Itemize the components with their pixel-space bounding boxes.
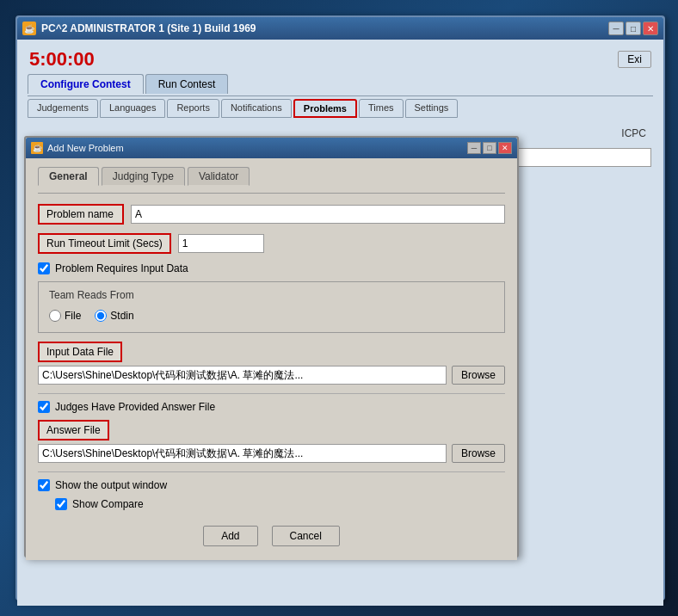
tab-reports[interactable]: Reports: [167, 99, 219, 118]
answer-file-checkbox[interactable]: [38, 401, 50, 413]
stdin-radio[interactable]: [95, 310, 107, 322]
modal-body: General Judging Type Validator Problem n…: [26, 158, 517, 560]
inner-tab-general[interactable]: General: [38, 167, 99, 186]
top-tab-bar: Configure Contest Run Contest: [22, 74, 658, 94]
show-output-row: Show the output window: [38, 479, 505, 491]
modal-minimize-button[interactable]: ─: [467, 142, 481, 154]
browse-input-button[interactable]: Browse: [452, 366, 505, 385]
inner-tab-border: [38, 193, 505, 194]
timeout-row: Run Timeout Limit (Secs): [38, 233, 505, 254]
modal-title-bar: ☕ Add New Problem ─ □ ✕: [26, 138, 517, 158]
show-output-checkbox[interactable]: [38, 479, 50, 491]
modal-dialog: ☕ Add New Problem ─ □ ✕ General Judging …: [24, 136, 519, 557]
radio-file-option: File: [49, 310, 81, 322]
minimize-button[interactable]: ─: [608, 22, 624, 35]
inner-tab-validator[interactable]: Validator: [188, 167, 250, 186]
tab-times[interactable]: Times: [359, 99, 404, 118]
tab-judgements[interactable]: Judgements: [28, 99, 98, 118]
input-data-path-input[interactable]: [38, 366, 447, 385]
radio-row: File Stdin: [49, 306, 494, 325]
answer-file-section: Answer File Browse: [38, 420, 505, 463]
inner-tab-bar: General Judging Type Validator: [38, 167, 505, 186]
modal-title: Add New Problem: [47, 143, 124, 153]
maximize-button[interactable]: □: [626, 22, 641, 35]
cancel-button[interactable]: Cancel: [272, 526, 340, 546]
divider2: [38, 471, 505, 472]
title-bar: ☕ PC^2 ADMINISTRATOR 1 (Site 1) Build 19…: [17, 17, 663, 40]
tab-languages[interactable]: Languages: [100, 99, 165, 118]
tab-settings[interactable]: Settings: [405, 99, 459, 118]
file-radio-label: File: [65, 310, 81, 322]
divider: [38, 393, 505, 394]
requires-input-checkbox[interactable]: [38, 262, 50, 274]
requires-input-label: Problem Requires Input Data: [55, 262, 188, 274]
team-reads-title: Team Reads From: [49, 289, 494, 301]
browse-answer-button[interactable]: Browse: [452, 444, 505, 463]
answer-file-check-label: Judges Have Provided Answer File: [55, 401, 215, 413]
add-button[interactable]: Add: [203, 526, 257, 546]
problem-name-label: Problem name: [38, 204, 124, 225]
problem-name-input[interactable]: [131, 205, 505, 224]
tab-configure-contest[interactable]: Configure Contest: [28, 74, 144, 94]
show-compare-label: Show Compare: [72, 498, 144, 510]
secondary-tab-bar: Judgements Languages Reports Notificatio…: [22, 96, 658, 120]
title-controls: ─ □ ✕: [608, 22, 658, 35]
outer-background: ☕ PC^2 ADMINISTRATOR 1 (Site 1) Build 19…: [0, 0, 678, 616]
timer-display: 5:00:00: [29, 48, 95, 71]
app-icon: ☕: [22, 22, 36, 35]
timeout-input[interactable]: [178, 234, 264, 253]
timer-bar: 5:00:00 Exi: [22, 43, 658, 74]
answer-file-path-input[interactable]: [38, 444, 447, 463]
timeout-label: Run Timeout Limit (Secs): [38, 233, 171, 254]
show-compare-checkbox[interactable]: [55, 498, 67, 510]
input-data-file-label: Input Data File: [38, 342, 122, 362]
team-reads-group: Team Reads From File Stdin: [38, 281, 505, 333]
problem-name-row: Problem name: [38, 204, 505, 225]
tab-run-contest[interactable]: Run Contest: [145, 74, 229, 94]
tab-notifications[interactable]: Notifications: [221, 99, 292, 118]
answer-file-label: Answer File: [38, 420, 109, 440]
modal-icon: ☕: [31, 142, 43, 154]
bottom-buttons: Add Cancel: [38, 517, 505, 551]
exit-button[interactable]: Exi: [618, 51, 651, 68]
requires-input-row: Problem Requires Input Data: [38, 262, 505, 274]
modal-title-controls: ─ □ ✕: [467, 142, 512, 154]
radio-stdin-option: Stdin: [95, 310, 133, 322]
show-output-label: Show the output window: [55, 479, 167, 491]
input-data-section: Input Data File Browse: [38, 342, 505, 385]
modal-close-button[interactable]: ✕: [498, 142, 512, 154]
title-bar-left: ☕ PC^2 ADMINISTRATOR 1 (Site 1) Build 19…: [22, 22, 256, 35]
input-data-path-row: Browse: [38, 366, 505, 385]
answer-file-check-row: Judges Have Provided Answer File: [38, 401, 505, 413]
modal-title-left: ☕ Add New Problem: [31, 142, 124, 154]
file-radio[interactable]: [49, 310, 61, 322]
modal-maximize-button[interactable]: □: [483, 142, 496, 154]
show-compare-row: Show Compare: [38, 498, 505, 510]
answer-file-path-row: Browse: [38, 444, 505, 463]
inner-tab-judging-type[interactable]: Judging Type: [102, 167, 185, 186]
icpc-label: ICPC: [616, 126, 651, 141]
close-button[interactable]: ✕: [643, 22, 658, 35]
tab-problems[interactable]: Problems: [293, 99, 357, 118]
window-title: PC^2 ADMINISTRATOR 1 (Site 1) Build 1969: [41, 22, 256, 34]
stdin-radio-label: Stdin: [110, 310, 133, 322]
